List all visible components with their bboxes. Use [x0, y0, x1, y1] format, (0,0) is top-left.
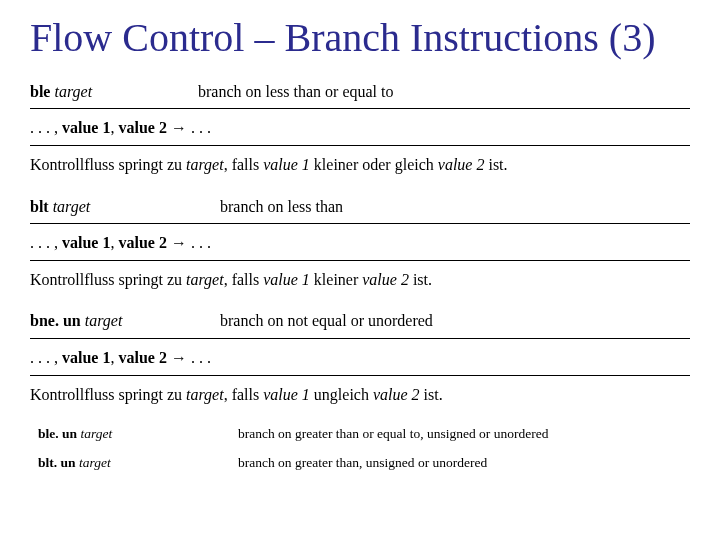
opcode-desc: branch on greater than or equal to, unsi…: [238, 425, 690, 444]
opcode-cell: blt target: [30, 196, 220, 218]
stack-transition: . . . , value 1, value 2 → . . .: [30, 347, 690, 369]
small-instruction-row: ble. un target branch on greater than or…: [38, 425, 690, 444]
separator: [30, 338, 690, 339]
opcode-desc: branch on less than or equal to: [198, 81, 690, 103]
opcode-cell: bne. un target: [30, 310, 220, 332]
opcode: blt. un: [38, 455, 76, 470]
instruction-section: ble target branch on less than or equal …: [30, 81, 690, 176]
small-instruction-row: blt. un target branch on greater than, u…: [38, 454, 690, 473]
opcode-arg: target: [85, 312, 123, 329]
opcode: blt: [30, 198, 49, 215]
opcode-arg: target: [80, 426, 112, 441]
opcode: ble. un: [38, 426, 77, 441]
separator: [30, 223, 690, 224]
opcode-arg: target: [79, 455, 111, 470]
opcode-desc: branch on less than: [220, 196, 690, 218]
opcode: ble: [30, 83, 50, 100]
explanation: Kontrollfluss springt zu target, falls v…: [30, 154, 690, 176]
separator: [30, 145, 690, 146]
instruction-row: ble target branch on less than or equal …: [30, 81, 690, 103]
instruction-row: blt target branch on less than: [30, 196, 690, 218]
opcode-desc: branch on greater than, unsigned or unor…: [238, 454, 690, 473]
slide: Flow Control – Branch Instructions (3) b…: [0, 0, 720, 540]
small-instruction-list: ble. un target branch on greater than or…: [30, 425, 690, 473]
opcode: bne. un: [30, 312, 81, 329]
stack-transition: . . . , value 1, value 2 → . . .: [30, 117, 690, 139]
instruction-section: blt target branch on less than . . . , v…: [30, 196, 690, 291]
opcode-cell: ble. un target: [38, 425, 238, 444]
opcode-desc: branch on not equal or unordered: [220, 310, 690, 332]
separator: [30, 260, 690, 261]
page-title: Flow Control – Branch Instructions (3): [30, 16, 690, 61]
separator: [30, 375, 690, 376]
opcode-arg: target: [54, 83, 92, 100]
explanation: Kontrollfluss springt zu target, falls v…: [30, 384, 690, 406]
instruction-row: bne. un target branch on not equal or un…: [30, 310, 690, 332]
opcode-cell: ble target: [30, 81, 198, 103]
explanation: Kontrollfluss springt zu target, falls v…: [30, 269, 690, 291]
separator: [30, 108, 690, 109]
stack-transition: . . . , value 1, value 2 → . . .: [30, 232, 690, 254]
instruction-section: bne. un target branch on not equal or un…: [30, 310, 690, 405]
opcode-arg: target: [53, 198, 91, 215]
opcode-cell: blt. un target: [38, 454, 238, 473]
